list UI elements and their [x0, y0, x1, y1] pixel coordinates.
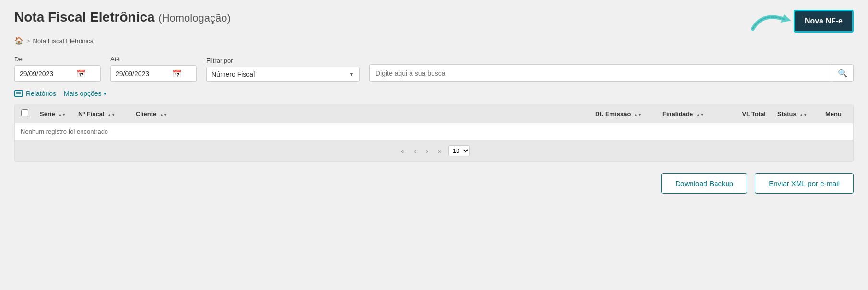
select-arrow-icon: ▼ — [349, 71, 354, 78]
page-wrapper: Nota Fiscal Eletrônica (Homologação) Nov… — [0, 0, 868, 290]
th-nfiscal-label: Nº Fiscal — [78, 110, 105, 117]
th-dtemissao-label: Dt. Emissão — [595, 110, 631, 117]
th-menu-label: Menu — [825, 110, 842, 117]
th-nfiscal[interactable]: Nº Fiscal ▲▼ — [72, 104, 130, 123]
th-vltotal: Vl. Total — [719, 104, 772, 123]
th-checkbox — [15, 104, 34, 123]
header-actions: Nova NF-e — [794, 10, 854, 33]
filter-ate-group: Até 📅 — [110, 56, 197, 82]
nova-nfe-button[interactable]: Nova NF-e — [794, 10, 854, 33]
filter-de-input[interactable] — [20, 70, 72, 78]
filter-filtrar-label: Filtrar por — [206, 57, 360, 64]
relatorios-icon — [14, 90, 23, 97]
select-all-checkbox[interactable] — [21, 109, 28, 116]
calendar-ate-icon[interactable]: 📅 — [172, 69, 182, 78]
th-cliente-label: Cliente — [136, 110, 156, 117]
toolbar-row: Relatórios Mais opções ▾ — [14, 90, 854, 97]
th-status[interactable]: Status ▲▼ — [772, 104, 820, 123]
bottom-buttons: Download Backup Enviar XML por e-mail — [14, 173, 854, 194]
header-row: Nota Fiscal Eletrônica (Homologação) Nov… — [14, 10, 854, 33]
relatorios-svg-icon — [14, 90, 23, 97]
th-finalidade[interactable]: Finalidade ▲▼ — [657, 104, 719, 123]
page-title: Nota Fiscal Eletrônica (Homologação) — [14, 10, 231, 25]
title-block: Nota Fiscal Eletrônica (Homologação) — [14, 10, 231, 25]
sort-finalidade-icon[interactable]: ▲▼ — [696, 113, 704, 117]
table-empty-row: Nenhum registro foi encontrado — [15, 123, 853, 140]
filter-de-group: De 📅 — [14, 56, 101, 82]
enviar-xml-button[interactable]: Enviar XML por e-mail — [755, 173, 854, 194]
pagination-prev-button[interactable]: ‹ — [411, 146, 420, 156]
sort-serie-icon[interactable]: ▲▼ — [58, 113, 66, 117]
empty-message: Nenhum registro foi encontrado — [15, 123, 853, 140]
relatorios-label: Relatórios — [26, 90, 56, 97]
breadcrumb-separator: > — [26, 37, 30, 45]
th-vltotal-label: Vl. Total — [742, 110, 766, 117]
title-sub: (Homologação) — [158, 12, 230, 24]
nfe-table: Série ▲▼ Nº Fiscal ▲▼ Cliente ▲▼ Dt. Emi… — [15, 104, 853, 140]
breadcrumb-current: Nota Fiscal Eletrônica — [33, 37, 94, 45]
pagination-first-button[interactable]: « — [398, 146, 408, 156]
mais-opcoes-button[interactable]: Mais opções ▾ — [64, 90, 106, 97]
sort-status-icon[interactable]: ▲▼ — [799, 113, 807, 117]
sort-nfiscal-icon[interactable]: ▲▼ — [107, 113, 115, 117]
filter-search-group: Search 🔍 — [369, 55, 854, 82]
th-finalidade-label: Finalidade — [662, 110, 693, 117]
arrow-decoration — [748, 7, 796, 38]
breadcrumb-home-icon[interactable]: 🏠 — [14, 36, 23, 45]
title-main: Nota Fiscal Eletrônica — [14, 10, 155, 24]
table-container: Série ▲▼ Nº Fiscal ▲▼ Cliente ▲▼ Dt. Emi… — [14, 104, 854, 162]
filter-de-label: De — [14, 56, 101, 63]
sort-dtemissao-icon[interactable]: ▲▼ — [634, 113, 642, 117]
th-serie-label: Série — [40, 110, 55, 117]
th-menu: Menu — [820, 104, 853, 123]
filter-ate-input[interactable] — [116, 70, 168, 78]
relatorios-button[interactable]: Relatórios — [14, 90, 56, 97]
th-cliente[interactable]: Cliente ▲▼ — [130, 104, 589, 123]
th-serie[interactable]: Série ▲▼ — [34, 104, 72, 123]
filter-filtrar-group: Filtrar por Número Fiscal Cliente Série … — [206, 57, 360, 82]
table-header-row: Série ▲▼ Nº Fiscal ▲▼ Cliente ▲▼ Dt. Emi… — [15, 104, 853, 123]
pagination-last-button[interactable]: » — [435, 146, 445, 156]
search-input[interactable] — [370, 66, 832, 81]
sort-cliente-icon[interactable]: ▲▼ — [160, 113, 167, 117]
breadcrumb: 🏠 > Nota Fiscal Eletrônica — [14, 36, 854, 45]
th-status-label: Status — [777, 110, 797, 117]
chevron-down-icon: ▾ — [104, 91, 106, 97]
th-dtemissao[interactable]: Dt. Emissão ▲▼ — [589, 104, 657, 123]
search-button[interactable]: 🔍 — [832, 65, 853, 81]
filter-de-wrapper: 📅 — [14, 65, 101, 82]
calendar-de-icon[interactable]: 📅 — [76, 69, 86, 78]
filter-ate-wrapper: 📅 — [110, 65, 197, 82]
pagination-per-page-select[interactable]: 10 25 50 — [448, 145, 470, 156]
pagination-next-button[interactable]: › — [423, 146, 432, 156]
filter-ate-label: Até — [110, 56, 197, 63]
table-body: Nenhum registro foi encontrado — [15, 123, 853, 140]
filter-filtrar-wrapper: Número Fiscal Cliente Série ▼ — [206, 67, 360, 82]
filter-row: De 📅 Até 📅 Filtrar por Número Fiscal Cli… — [14, 55, 854, 82]
filter-filtrar-select[interactable]: Número Fiscal Cliente Série — [211, 70, 345, 78]
svg-rect-1 — [15, 91, 23, 96]
pagination-row: « ‹ › » 10 25 50 — [15, 140, 853, 161]
download-backup-button[interactable]: Download Backup — [661, 173, 747, 194]
search-wrapper: 🔍 — [369, 64, 854, 82]
mais-opcoes-label: Mais opções — [64, 90, 102, 97]
